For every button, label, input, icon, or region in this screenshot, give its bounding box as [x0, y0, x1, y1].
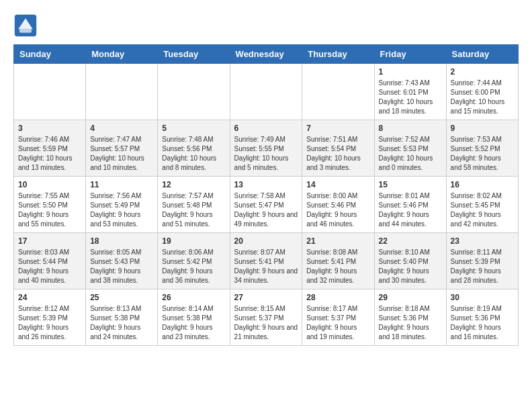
calendar-cell [86, 64, 158, 120]
day-info: Sunrise: 8:12 AM Sunset: 5:39 PM Dayligh… [18, 304, 81, 342]
calendar-cell [302, 64, 374, 120]
day-info: Sunrise: 8:18 AM Sunset: 5:36 PM Dayligh… [379, 304, 442, 342]
calendar-cell: 15Sunrise: 8:01 AM Sunset: 5:46 PM Dayli… [374, 177, 446, 233]
calendar-cell: 24Sunrise: 8:12 AM Sunset: 5:39 PM Dayli… [14, 289, 86, 346]
calendar-cell: 30Sunrise: 8:19 AM Sunset: 5:36 PM Dayli… [446, 289, 518, 346]
calendar-cell: 14Sunrise: 8:00 AM Sunset: 5:46 PM Dayli… [302, 177, 374, 233]
day-number: 28 [306, 293, 369, 302]
weekday-header: Sunday [14, 45, 86, 64]
day-number: 26 [162, 293, 225, 302]
calendar-cell: 1Sunrise: 7:43 AM Sunset: 6:01 PM Daylig… [374, 64, 446, 120]
weekday-header: Tuesday [158, 45, 230, 64]
page-container: SundayMondayTuesdayWednesdayThursdayFrid… [0, 0, 532, 353]
day-info: Sunrise: 7:46 AM Sunset: 5:59 PM Dayligh… [18, 135, 81, 173]
day-number: 18 [90, 236, 153, 246]
calendar-row: 1Sunrise: 7:43 AM Sunset: 6:01 PM Daylig… [14, 64, 519, 120]
day-info: Sunrise: 7:57 AM Sunset: 5:48 PM Dayligh… [162, 191, 225, 229]
day-number: 25 [90, 293, 153, 302]
day-info: Sunrise: 8:10 AM Sunset: 5:40 PM Dayligh… [379, 248, 442, 285]
calendar-cell: 11Sunrise: 7:56 AM Sunset: 5:49 PM Dayli… [86, 177, 158, 233]
day-info: Sunrise: 8:11 AM Sunset: 5:39 PM Dayligh… [451, 248, 514, 285]
day-number: 1 [379, 67, 442, 77]
calendar-cell: 12Sunrise: 7:57 AM Sunset: 5:48 PM Dayli… [158, 177, 230, 233]
day-info: Sunrise: 8:08 AM Sunset: 5:41 PM Dayligh… [306, 248, 369, 285]
day-info: Sunrise: 7:48 AM Sunset: 5:56 PM Dayligh… [162, 135, 225, 173]
day-number: 15 [379, 180, 442, 189]
weekday-header: Friday [374, 45, 446, 64]
day-number: 5 [162, 124, 225, 133]
logo-icon [13, 13, 38, 38]
calendar-cell: 28Sunrise: 8:17 AM Sunset: 5:37 PM Dayli… [302, 289, 374, 346]
calendar-cell: 25Sunrise: 8:13 AM Sunset: 5:38 PM Dayli… [86, 289, 158, 346]
day-info: Sunrise: 8:05 AM Sunset: 5:43 PM Dayligh… [90, 248, 153, 285]
day-info: Sunrise: 8:17 AM Sunset: 5:37 PM Dayligh… [306, 304, 369, 342]
calendar-row: 24Sunrise: 8:12 AM Sunset: 5:39 PM Dayli… [14, 289, 519, 346]
day-info: Sunrise: 7:51 AM Sunset: 5:54 PM Dayligh… [306, 135, 369, 173]
calendar-cell: 20Sunrise: 8:07 AM Sunset: 5:41 PM Dayli… [230, 233, 302, 289]
day-info: Sunrise: 7:52 AM Sunset: 5:53 PM Dayligh… [379, 135, 442, 173]
calendar-cell: 16Sunrise: 8:02 AM Sunset: 5:45 PM Dayli… [446, 177, 518, 233]
weekday-header: Thursday [302, 45, 374, 64]
day-info: Sunrise: 7:49 AM Sunset: 5:55 PM Dayligh… [234, 135, 298, 173]
calendar-cell [158, 64, 230, 120]
day-info: Sunrise: 8:00 AM Sunset: 5:46 PM Dayligh… [306, 191, 369, 229]
day-number: 10 [18, 180, 81, 189]
weekday-header: Saturday [446, 45, 518, 64]
day-number: 22 [379, 236, 442, 246]
day-info: Sunrise: 8:13 AM Sunset: 5:38 PM Dayligh… [90, 304, 153, 342]
calendar-cell: 27Sunrise: 8:15 AM Sunset: 5:37 PM Dayli… [230, 289, 302, 346]
day-number: 12 [162, 180, 225, 189]
day-number: 19 [162, 236, 225, 246]
day-number: 24 [18, 293, 81, 302]
header [13, 13, 519, 38]
calendar-header-row: SundayMondayTuesdayWednesdayThursdayFrid… [14, 45, 519, 64]
day-number: 13 [234, 180, 298, 189]
day-number: 16 [451, 180, 514, 189]
day-info: Sunrise: 8:03 AM Sunset: 5:44 PM Dayligh… [18, 248, 81, 285]
weekday-header: Monday [86, 45, 158, 64]
calendar-cell [14, 64, 86, 120]
day-info: Sunrise: 7:44 AM Sunset: 6:00 PM Dayligh… [451, 79, 514, 116]
logo [13, 13, 40, 38]
day-number: 6 [234, 124, 298, 133]
calendar-cell: 8Sunrise: 7:52 AM Sunset: 5:53 PM Daylig… [374, 120, 446, 177]
day-info: Sunrise: 7:58 AM Sunset: 5:47 PM Dayligh… [234, 191, 298, 229]
day-number: 3 [18, 124, 81, 133]
day-info: Sunrise: 8:15 AM Sunset: 5:37 PM Dayligh… [234, 304, 298, 342]
day-number: 23 [451, 236, 514, 246]
calendar-row: 10Sunrise: 7:55 AM Sunset: 5:50 PM Dayli… [14, 177, 519, 233]
calendar-row: 17Sunrise: 8:03 AM Sunset: 5:44 PM Dayli… [14, 233, 519, 289]
day-info: Sunrise: 7:55 AM Sunset: 5:50 PM Dayligh… [18, 191, 81, 229]
calendar-cell: 21Sunrise: 8:08 AM Sunset: 5:41 PM Dayli… [302, 233, 374, 289]
day-number: 4 [90, 124, 153, 133]
calendar-cell: 2Sunrise: 7:44 AM Sunset: 6:00 PM Daylig… [446, 64, 518, 120]
calendar-row: 3Sunrise: 7:46 AM Sunset: 5:59 PM Daylig… [14, 120, 519, 177]
day-number: 11 [90, 180, 153, 189]
day-info: Sunrise: 7:53 AM Sunset: 5:52 PM Dayligh… [451, 135, 514, 173]
calendar-cell: 13Sunrise: 7:58 AM Sunset: 5:47 PM Dayli… [230, 177, 302, 233]
calendar-cell: 9Sunrise: 7:53 AM Sunset: 5:52 PM Daylig… [446, 120, 518, 177]
day-number: 29 [379, 293, 442, 302]
calendar-cell: 19Sunrise: 8:06 AM Sunset: 5:42 PM Dayli… [158, 233, 230, 289]
day-info: Sunrise: 8:01 AM Sunset: 5:46 PM Dayligh… [379, 191, 442, 229]
day-info: Sunrise: 7:47 AM Sunset: 5:57 PM Dayligh… [90, 135, 153, 173]
day-info: Sunrise: 8:06 AM Sunset: 5:42 PM Dayligh… [162, 248, 225, 285]
calendar-cell: 26Sunrise: 8:14 AM Sunset: 5:38 PM Dayli… [158, 289, 230, 346]
calendar-cell: 18Sunrise: 8:05 AM Sunset: 5:43 PM Dayli… [86, 233, 158, 289]
calendar-cell: 22Sunrise: 8:10 AM Sunset: 5:40 PM Dayli… [374, 233, 446, 289]
day-number: 9 [451, 124, 514, 133]
day-number: 17 [18, 236, 81, 246]
calendar-cell: 5Sunrise: 7:48 AM Sunset: 5:56 PM Daylig… [158, 120, 230, 177]
day-number: 8 [379, 124, 442, 133]
day-info: Sunrise: 8:07 AM Sunset: 5:41 PM Dayligh… [234, 248, 298, 285]
calendar-cell [230, 64, 302, 120]
calendar-cell: 29Sunrise: 8:18 AM Sunset: 5:36 PM Dayli… [374, 289, 446, 346]
calendar-cell: 17Sunrise: 8:03 AM Sunset: 5:44 PM Dayli… [14, 233, 86, 289]
calendar-cell: 23Sunrise: 8:11 AM Sunset: 5:39 PM Dayli… [446, 233, 518, 289]
day-number: 2 [451, 67, 514, 77]
day-number: 27 [234, 293, 298, 302]
calendar-cell: 4Sunrise: 7:47 AM Sunset: 5:57 PM Daylig… [86, 120, 158, 177]
day-info: Sunrise: 8:02 AM Sunset: 5:45 PM Dayligh… [451, 191, 514, 229]
day-info: Sunrise: 8:14 AM Sunset: 5:38 PM Dayligh… [162, 304, 225, 342]
day-info: Sunrise: 7:43 AM Sunset: 6:01 PM Dayligh… [379, 79, 442, 116]
